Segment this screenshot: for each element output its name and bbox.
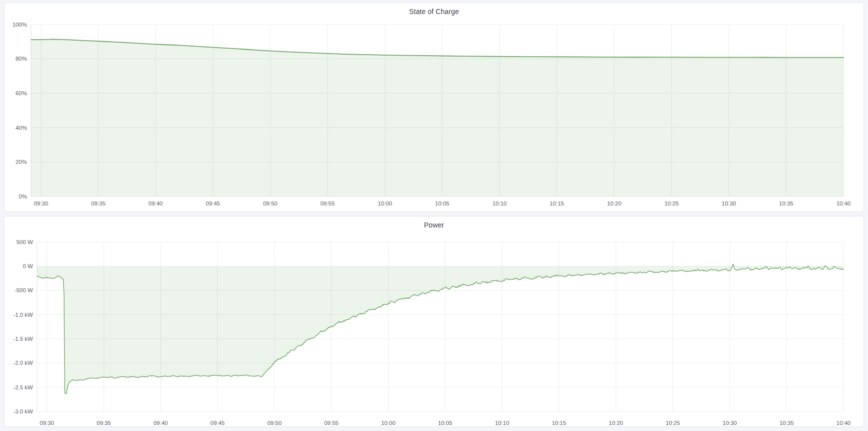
soc-panel: State of Charge 100%80%60%40%20%0%09:300…	[4, 3, 864, 212]
power-panel: Power 500 W0 W-500 W-1.0 kW-1.5 kW-2.0 k…	[4, 216, 864, 427]
svg-text:500 W: 500 W	[17, 239, 33, 245]
svg-text:-1.5 kW: -1.5 kW	[13, 336, 33, 342]
svg-text:-3.0 kW: -3.0 kW	[13, 408, 33, 414]
svg-text:100%: 100%	[13, 22, 27, 28]
svg-text:-2.0 kW: -2.0 kW	[13, 360, 33, 366]
svg-text:09:40: 09:40	[148, 200, 163, 206]
power-chart[interactable]: 500 W0 W-500 W-1.0 kW-1.5 kW-2.0 kW-2.5 …	[5, 217, 863, 426]
svg-text:80%: 80%	[16, 56, 27, 62]
svg-text:10:00: 10:00	[378, 200, 392, 206]
svg-text:09:55: 09:55	[321, 200, 335, 206]
svg-text:10:30: 10:30	[722, 200, 736, 206]
svg-text:09:35: 09:35	[91, 200, 106, 206]
svg-text:09:45: 09:45	[206, 200, 220, 206]
svg-text:09:50: 09:50	[263, 200, 277, 206]
svg-text:-1.0 kW: -1.0 kW	[13, 312, 33, 318]
svg-text:09:55: 09:55	[324, 420, 339, 426]
svg-text:09:30: 09:30	[40, 420, 54, 426]
svg-text:40%: 40%	[16, 125, 27, 131]
svg-text:0%: 0%	[19, 193, 27, 199]
svg-text:10:20: 10:20	[607, 200, 622, 206]
svg-text:10:35: 10:35	[779, 420, 794, 426]
grafana-dashboard: { "theme": { "page_background": "#f4f5f8…	[0, 0, 868, 431]
svg-text:09:40: 09:40	[153, 420, 168, 426]
svg-text:10:15: 10:15	[550, 200, 564, 206]
svg-text:10:15: 10:15	[552, 420, 566, 426]
svg-text:10:10: 10:10	[495, 420, 509, 426]
svg-text:10:40: 10:40	[836, 420, 851, 426]
svg-text:10:25: 10:25	[664, 200, 679, 206]
svg-text:10:20: 10:20	[609, 420, 623, 426]
svg-text:10:40: 10:40	[836, 200, 851, 206]
svg-text:10:10: 10:10	[492, 200, 507, 206]
soc-chart[interactable]: 100%80%60%40%20%0%09:3009:3509:4009:4509…	[5, 3, 863, 211]
svg-text:10:25: 10:25	[666, 420, 680, 426]
svg-text:09:35: 09:35	[97, 420, 111, 426]
svg-text:10:00: 10:00	[381, 420, 396, 426]
svg-text:20%: 20%	[16, 159, 27, 165]
svg-text:60%: 60%	[16, 90, 27, 96]
svg-text:-500 W: -500 W	[15, 287, 33, 293]
svg-text:-2.5 kW: -2.5 kW	[13, 384, 33, 390]
svg-text:10:30: 10:30	[723, 420, 737, 426]
svg-text:10:05: 10:05	[438, 420, 452, 426]
svg-text:09:50: 09:50	[267, 420, 282, 426]
svg-text:09:45: 09:45	[210, 420, 225, 426]
svg-text:10:35: 10:35	[779, 200, 793, 206]
svg-text:10:05: 10:05	[435, 200, 450, 206]
svg-text:09:30: 09:30	[34, 200, 48, 206]
svg-text:0 W: 0 W	[23, 263, 33, 269]
